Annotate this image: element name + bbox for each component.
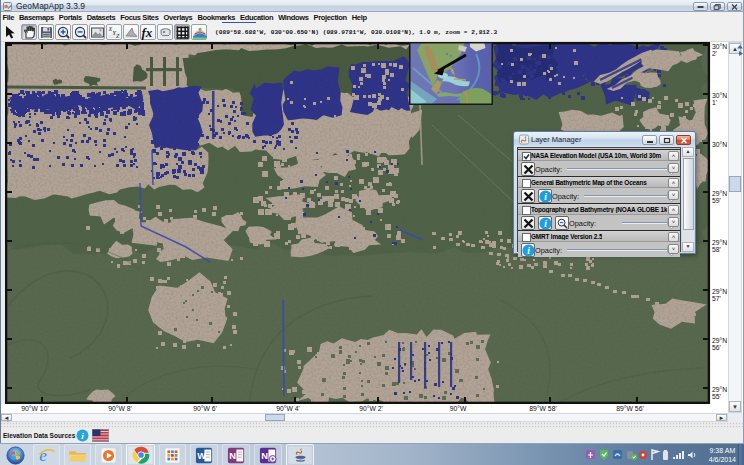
- svg-text:Z: Z: [116, 33, 120, 39]
- svg-text:N: N: [261, 451, 268, 461]
- svg-text:i: i: [527, 245, 530, 255]
- svg-text:N: N: [229, 451, 236, 461]
- svg-text:i: i: [544, 191, 547, 201]
- svg-text:i: i: [544, 218, 547, 228]
- svg-text:e: e: [39, 446, 47, 464]
- svg-text:W: W: [197, 451, 206, 461]
- svg-text:fx: fx: [142, 25, 153, 40]
